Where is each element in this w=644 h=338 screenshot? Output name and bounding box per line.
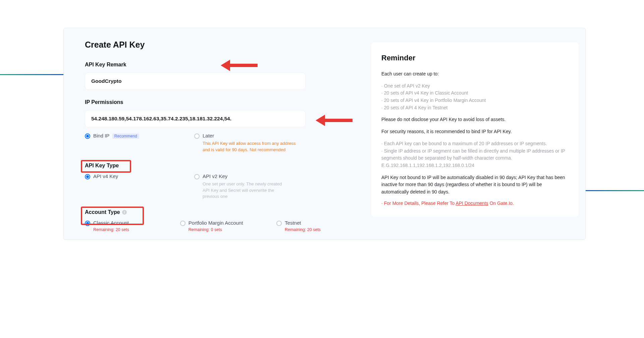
radio-icon	[194, 174, 200, 179]
reminder-expiry: API Key not bound to IP will be automati…	[381, 174, 569, 196]
recommend-badge: Recommend	[112, 133, 139, 139]
radio-icon	[85, 133, 90, 139]
radio-classic-account[interactable]: Classic Account	[85, 220, 180, 226]
annotation-arrow-ip	[316, 115, 353, 126]
ip-permissions-label: IP Permissions	[85, 99, 346, 105]
reminder-panel: Reminder Each user can create up to: One…	[371, 42, 579, 217]
radio-api-v4-key[interactable]: API v4 Key	[85, 173, 194, 179]
reminder-intro: Each user can create up to:	[381, 70, 569, 78]
radio-bind-ip[interactable]: Bind IP Recommend	[85, 133, 194, 139]
reminder-more: · For More Details, Please Refer To API …	[381, 201, 569, 206]
decorative-line-right	[585, 190, 644, 191]
classic-remaining: Remaining: 20 sets	[93, 227, 180, 232]
radio-icon	[276, 221, 282, 226]
reminder-title: Reminder	[381, 54, 569, 62]
radio-icon	[180, 221, 185, 226]
account-type-label: Account Type	[85, 209, 120, 215]
decorative-line-left	[0, 74, 64, 75]
later-warning-note: This API Key will allow access from any …	[203, 140, 300, 153]
api-key-remark-label: API Key Remark	[85, 62, 346, 68]
create-api-key-panel: Create API Key API Key Remark IP Permiss…	[63, 28, 586, 240]
api-key-remark-input[interactable]	[85, 72, 306, 90]
reminder-bind-ip: For security reasons, it is recommended …	[381, 128, 569, 135]
radio-api-v2-key[interactable]: API v2 Key One set per user only. The ne…	[194, 173, 305, 200]
radio-icon	[194, 133, 200, 139]
radio-icon	[85, 221, 90, 226]
radio-icon	[85, 174, 90, 179]
api-documents-link[interactable]: API Documents	[456, 201, 488, 206]
info-icon[interactable]: i	[122, 210, 127, 215]
reminder-ip-rules-list: Each API key can be bound to a maximum o…	[381, 140, 569, 169]
radio-later[interactable]: Later This API Key will allow access fro…	[194, 133, 305, 153]
reminder-limits-list: One set of API v2 Key 20 sets of API v4 …	[381, 82, 569, 112]
radio-portfolio-margin[interactable]: Portfolio Margin Account	[180, 220, 276, 226]
v2-key-note: One set per user only. The newly created…	[203, 181, 290, 200]
reminder-disclose: Please do not disclose your API Key to a…	[381, 116, 569, 123]
ip-permissions-input[interactable]	[85, 110, 306, 127]
radio-testnet[interactable]: Testnet	[276, 220, 346, 226]
portfolio-remaining: Remaining: 0 sets	[189, 227, 276, 232]
page-title: Create API Key	[85, 40, 346, 50]
testnet-remaining: Remaining: 20 sets	[285, 227, 346, 232]
api-key-type-label: API Key Type	[85, 163, 346, 169]
